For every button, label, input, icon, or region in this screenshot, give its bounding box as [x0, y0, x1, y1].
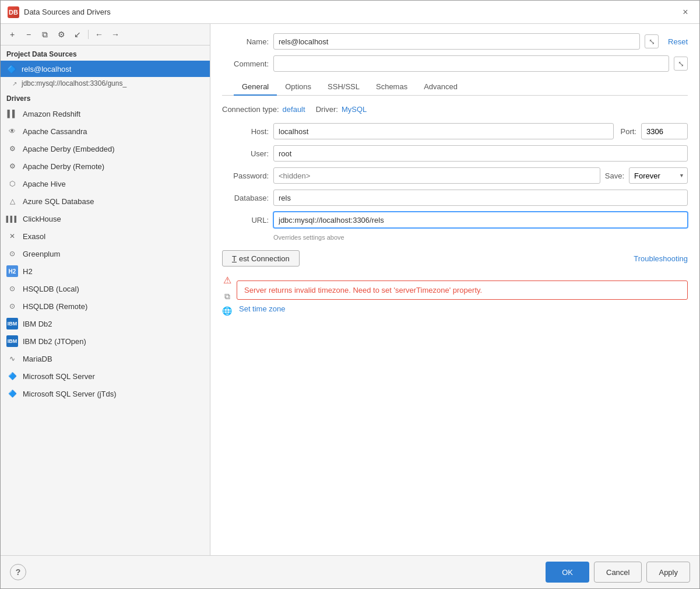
driver-label-amazon-redshift: Amazon Redshift — [23, 110, 80, 118]
url-input[interactable] — [273, 212, 688, 228]
driver-label-azure-sql: Azure SQL Database — [23, 197, 94, 206]
driver-label-ibm-db2-jtopen: IBM Db2 (JTOpen) — [23, 337, 86, 346]
project-section-header: Project Data Sources — [1, 45, 210, 61]
remove-button[interactable]: − — [22, 27, 36, 41]
drivers-section-header: Drivers — [1, 90, 210, 105]
back-button[interactable]: ← — [92, 27, 106, 41]
comment-expand-button[interactable]: ⤡ — [674, 57, 688, 71]
port-group: Port: — [621, 123, 688, 139]
left-panel: + − ⧉ ⚙ ↙ ← → Project Data Sources 🔷 rel… — [1, 24, 210, 555]
driver-icon-mssql: 🔷 — [6, 370, 18, 382]
error-links: Set time zone — [237, 304, 688, 313]
connection-type-value[interactable]: default — [283, 105, 305, 114]
database-input[interactable] — [273, 190, 688, 206]
driver-icon-apache-hive: ⬡ — [6, 178, 18, 190]
driver-item-apache-cassandra[interactable]: 👁 Apache Cassandra — [1, 122, 210, 140]
ok-button[interactable]: OK — [546, 562, 589, 583]
settings-button[interactable]: ⚙ — [54, 27, 68, 41]
save-select[interactable]: Forever Until restart Never — [629, 167, 688, 184]
comment-input[interactable] — [273, 55, 669, 72]
driver-item-hsqldb-remote[interactable]: ⊙ HSQLDB (Remote) — [1, 297, 210, 315]
driver-icon-greenplum: ⊙ — [6, 248, 18, 260]
datasource-item-jdbc[interactable]: ↗ jdbc:mysql://localhost:3306/guns_ — [1, 77, 210, 90]
driver-icon-hsqldb-remote: ⊙ — [6, 300, 18, 312]
driver-item-exasol[interactable]: ✕ Exasol — [1, 227, 210, 245]
password-row: Password: Save: Forever Until restart Ne… — [222, 167, 688, 184]
set-timezone-link[interactable]: Set time zone — [239, 304, 286, 313]
host-label: Host: — [222, 127, 269, 136]
test-connection-label-rest: est Connection — [239, 254, 290, 263]
driver-item-apache-hive[interactable]: ⬡ Apache Hive — [1, 175, 210, 192]
driver-icon-ibm-db2-jtopen: IBM — [6, 335, 18, 347]
dialog-buttons: OK Cancel Apply — [546, 562, 690, 583]
driver-icon-apache-derby-embedded: ⚙ — [6, 143, 18, 155]
driver-label-exasol: Exasol — [23, 232, 45, 241]
driver-label-apache-derby-remote: Apache Derby (Remote) — [23, 162, 104, 171]
driver-item-mariadb[interactable]: ∿ MariaDB — [1, 350, 210, 367]
save-label: Save: — [605, 171, 624, 180]
driver-item-clickhouse[interactable]: ▌▌▌ ClickHouse — [1, 210, 210, 227]
name-row: Name: ⤡ Reset — [222, 33, 688, 50]
driver-item-ibm-db2[interactable]: IBM IBM Db2 — [1, 315, 210, 332]
driver-value[interactable]: MySQL — [342, 105, 367, 114]
test-connection-button[interactable]: Test Connection — [222, 250, 300, 267]
driver-item-greenplum[interactable]: ⊙ Greenplum — [1, 245, 210, 262]
driver-item-hsqldb-local[interactable]: ⊙ HSQLDB (Local) — [1, 280, 210, 297]
save-select-wrapper: Forever Until restart Never — [629, 167, 688, 184]
port-label: Port: — [621, 127, 636, 136]
dialog-title: Data Sources and Drivers — [24, 8, 111, 16]
password-input[interactable] — [273, 167, 600, 184]
name-label: Name: — [222, 37, 269, 46]
driver-label-hsqldb-local: HSQLDB (Local) — [23, 285, 79, 293]
right-panel: Name: ⤡ Reset Comment: ⤡ General Options… — [210, 24, 699, 555]
port-input[interactable] — [641, 123, 688, 139]
add-button[interactable]: + — [5, 27, 19, 41]
driver-item-mssql[interactable]: 🔷 Microsoft SQL Server — [1, 367, 210, 385]
forward-button[interactable]: → — [108, 27, 122, 41]
error-side-icons: ⚠ ⧉ 🌐 — [222, 274, 232, 315]
driver-item-amazon-redshift[interactable]: ▌▌ Amazon Redshift — [1, 105, 210, 122]
driver-label-apache-hive: Apache Hive — [23, 180, 66, 188]
url-note: Overrides settings above — [222, 234, 688, 241]
datasource-item-rels[interactable]: 🔷 rels@localhost — [1, 61, 210, 77]
user-input[interactable] — [273, 145, 688, 162]
toolbar-separator — [88, 30, 89, 39]
apply-button[interactable]: Apply — [646, 562, 690, 583]
driver-label-apache-derby-embedded: Apache Derby (Embedded) — [23, 145, 115, 153]
help-button[interactable]: ? — [10, 564, 26, 580]
form-area: Name: ⤡ Reset Comment: ⤡ General Options… — [210, 24, 699, 96]
driver-icon-amazon-redshift: ▌▌ — [6, 108, 18, 120]
error-circle-icon: ⚠ — [223, 275, 231, 286]
name-input[interactable] — [273, 33, 640, 50]
tab-options[interactable]: Options — [277, 79, 319, 96]
troubleshooting-link[interactable]: Troubleshooting — [634, 254, 688, 263]
driver-icon-mssql-jtds: 🔷 — [6, 388, 18, 399]
copy-button[interactable]: ⧉ — [38, 27, 52, 41]
copy-error-icon[interactable]: ⧉ — [224, 292, 230, 301]
test-connection-underline-t: T — [232, 254, 237, 263]
reset-link[interactable]: Reset — [668, 37, 688, 46]
globe-icon[interactable]: 🌐 — [222, 306, 232, 315]
database-row: Database: — [222, 190, 688, 206]
tab-schemas[interactable]: Schemas — [368, 79, 416, 96]
driver-label-clickhouse: ClickHouse — [23, 215, 61, 223]
host-input[interactable] — [273, 123, 614, 139]
name-expand-button[interactable]: ⤡ — [645, 34, 659, 48]
driver-icon-hsqldb-local: ⊙ — [6, 283, 18, 294]
tab-advanced[interactable]: Advanced — [416, 79, 466, 96]
driver-item-apache-derby-remote[interactable]: ⚙ Apache Derby (Remote) — [1, 157, 210, 175]
driver-item-azure-sql[interactable]: △ Azure SQL Database — [1, 192, 210, 210]
cancel-button[interactable]: Cancel — [594, 562, 642, 583]
close-button[interactable]: × — [678, 5, 692, 19]
driver-label-h2: H2 — [23, 267, 33, 276]
tab-general[interactable]: General — [234, 79, 277, 96]
expand-button[interactable]: ↙ — [71, 27, 85, 41]
tab-ssh-ssl[interactable]: SSH/SSL — [319, 79, 368, 96]
test-connection-row: Test Connection Troubleshooting — [222, 250, 688, 267]
driver-item-mssql-jtds[interactable]: 🔷 Microsoft SQL Server (jTds) — [1, 385, 210, 402]
driver-item-apache-derby-embedded[interactable]: ⚙ Apache Derby (Embedded) — [1, 140, 210, 157]
driver-item-ibm-db2-jtopen[interactable]: IBM IBM Db2 (JTOpen) — [1, 332, 210, 350]
driver-icon-exasol: ✕ — [6, 230, 18, 242]
driver-item-h2[interactable]: H2 H2 — [1, 262, 210, 280]
driver-icon-azure-sql: △ — [6, 195, 18, 207]
